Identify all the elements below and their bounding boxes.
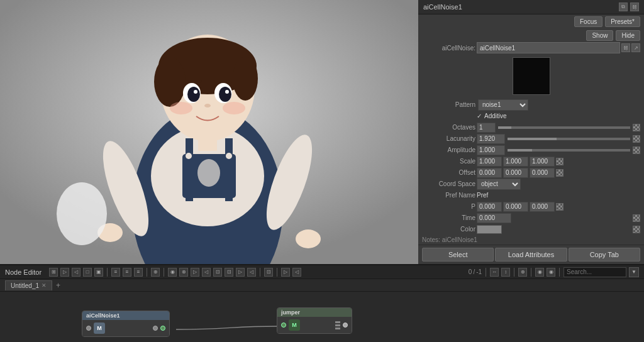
octaves-checker[interactable]: [633, 124, 640, 131]
copy-tab-button[interactable]: Copy Tab: [569, 248, 640, 262]
preview-box: [513, 57, 550, 95]
toolbar-sep-5: [277, 268, 277, 277]
amplitude-checker[interactable]: [633, 146, 640, 154]
toolbar-icon-4[interactable]: □: [83, 268, 92, 277]
search-dropdown[interactable]: ▼: [629, 267, 639, 277]
node-aicellnoise1-header: aiCellNoise1: [82, 311, 169, 320]
offset-y-input[interactable]: [503, 168, 528, 178]
p-z-input[interactable]: [530, 202, 555, 212]
time-checker[interactable]: [633, 214, 640, 222]
action-buttons: Select Load Attributes Copy Tab: [418, 245, 644, 264]
toolbar-icon-3[interactable]: ◁: [72, 268, 80, 277]
color-checker[interactable]: [633, 226, 640, 233]
node-aicellnoise1-output-port1: [153, 326, 158, 331]
toolbar-icon-11[interactable]: ⊗: [179, 268, 188, 277]
tab-add-button[interactable]: +: [53, 281, 63, 290]
node-aicellnoise1-m-port[interactable]: M: [94, 323, 105, 334]
lacunarity-row: Lacunarity: [418, 133, 644, 145]
svg-point-6: [154, 57, 186, 107]
lacunarity-input[interactable]: [477, 134, 505, 144]
lacunarity-label: Lacunarity: [422, 135, 475, 142]
toolbar-icon-6[interactable]: ≡: [111, 268, 120, 277]
toolbar-icon-10[interactable]: ◉: [168, 268, 177, 277]
svg-point-25: [226, 153, 232, 159]
scale-checker[interactable]: [556, 158, 564, 165]
aicellnoise-row: aiCellNoise: ⛓ ↗: [418, 42, 644, 53]
svg-point-12: [194, 90, 197, 94]
toolbar-icon-19[interactable]: ▷: [281, 268, 290, 277]
time-input[interactable]: [477, 213, 511, 223]
focus-button[interactable]: Focus: [574, 16, 602, 27]
node-jumper-m-port[interactable]: M: [289, 319, 300, 331]
toolbar-icon-1[interactable]: ⊞: [49, 268, 58, 277]
aicellnoise-input[interactable]: [477, 42, 620, 53]
coordspace-dropdown[interactable]: object: [477, 179, 521, 190]
scale-row: Scale: [418, 156, 644, 167]
node-jumper[interactable]: jumper M: [277, 307, 352, 334]
tab-close-icon[interactable]: ✕: [42, 282, 47, 289]
color-swatch[interactable]: [477, 225, 502, 234]
scale-y-input[interactable]: [503, 157, 528, 167]
scale-x-input[interactable]: [477, 157, 502, 167]
toolbar-icon-14[interactable]: ⊡: [213, 268, 222, 277]
svg-point-14: [204, 104, 211, 108]
toolbar-icon-8[interactable]: ≡: [134, 268, 143, 277]
select-button[interactable]: Select: [422, 248, 494, 262]
offset-z-input[interactable]: [530, 168, 555, 178]
p-y-input[interactable]: [503, 202, 528, 212]
toolbar-icon-20[interactable]: ◁: [292, 268, 301, 277]
scale-z-input[interactable]: [530, 157, 555, 167]
prefname-row: Pref Name Pref: [418, 190, 644, 201]
toolbar-icon-7[interactable]: ≡: [123, 268, 131, 277]
pattern-row: Pattern noise1: [418, 99, 644, 110]
toolbar-icon-25[interactable]: ◉: [547, 268, 555, 277]
scale-label: Scale: [422, 158, 475, 165]
toolbar-icon-16[interactable]: ▷: [236, 268, 245, 277]
link-icon[interactable]: ⛓: [630, 3, 639, 11]
amplitude-input[interactable]: [477, 145, 505, 155]
link-icon2[interactable]: ⛓: [621, 43, 630, 52]
p-checker[interactable]: [556, 203, 564, 211]
arrow-icon[interactable]: ↗: [631, 43, 640, 52]
toolbar-icon-2[interactable]: ▷: [60, 268, 69, 277]
toolbar-icon-22[interactable]: ↕: [501, 268, 510, 277]
toolbar-icon-15[interactable]: ⊡: [225, 268, 233, 277]
svg-point-27: [57, 182, 107, 245]
toolbar-icon-12[interactable]: ▷: [191, 268, 199, 277]
coordspace-row: Coord Space object: [418, 179, 644, 190]
octaves-input[interactable]: [477, 123, 496, 133]
toolbar-icon-24[interactable]: ◉: [535, 268, 544, 277]
svg-point-15: [170, 102, 192, 114]
offset-checker[interactable]: [556, 169, 564, 177]
toolbar-icon-17[interactable]: ◁: [247, 268, 256, 277]
p-row: P: [418, 201, 644, 212]
show-button[interactable]: Show: [586, 30, 613, 41]
load-attributes-button[interactable]: Load Attributes: [495, 248, 567, 262]
toolbar-icon-13[interactable]: ◁: [202, 268, 211, 277]
toolbar-icon-21[interactable]: ↔: [490, 268, 499, 277]
tab-untitled1[interactable]: Untitled_1 ✕: [5, 280, 52, 290]
node-canvas[interactable]: aiCellNoise1 M jumper M: [0, 292, 644, 342]
pattern-dropdown[interactable]: noise1: [478, 99, 528, 111]
p-x-input[interactable]: [477, 202, 502, 212]
offset-x-input[interactable]: [477, 168, 502, 178]
tabs-row: Untitled_1 ✕ +: [0, 279, 644, 292]
prefname-label: Pref Name: [422, 192, 475, 199]
toolbar-icon-23[interactable]: ⊕: [518, 268, 527, 277]
hide-button[interactable]: Hide: [616, 30, 640, 41]
svg-point-13: [225, 90, 229, 94]
copy-icon[interactable]: ⧉: [619, 3, 628, 11]
toolbar-icon-9[interactable]: ⊕: [151, 268, 160, 277]
offset-label: Offset: [422, 169, 475, 176]
svg-point-24: [186, 153, 192, 159]
toolbar-sep-9: [559, 268, 560, 277]
right-panel: aiCellNoise1 ⧉ ⛓ Focus Presets* Show Hid…: [418, 0, 644, 264]
time-row: Time: [418, 212, 644, 224]
search-input[interactable]: [564, 267, 626, 277]
svg-point-23: [197, 159, 220, 187]
node-aicellnoise1[interactable]: aiCellNoise1 M: [82, 311, 170, 337]
toolbar-icon-5[interactable]: ▣: [94, 268, 103, 277]
toolbar-icon-18[interactable]: ⊡: [264, 268, 273, 277]
lacunarity-checker[interactable]: [633, 135, 640, 143]
presets-button[interactable]: Presets*: [605, 16, 640, 27]
